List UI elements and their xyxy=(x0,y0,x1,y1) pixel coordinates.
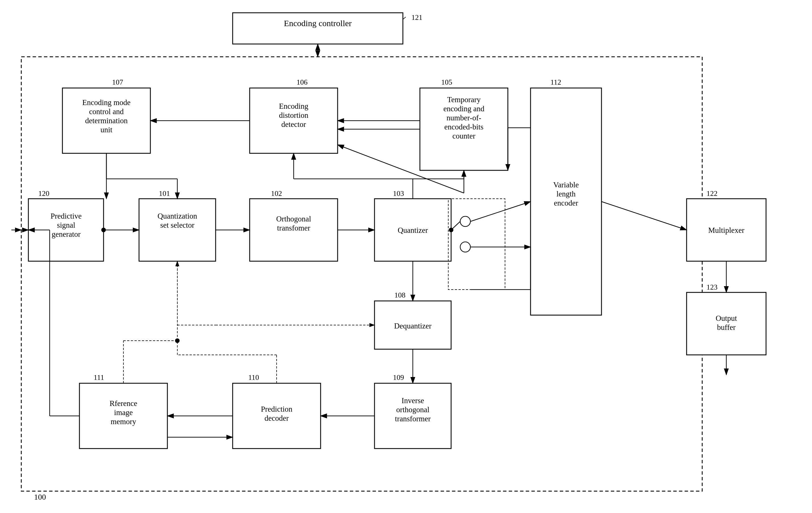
junction-dot-2 xyxy=(175,339,180,343)
svg-text:buffer: buffer xyxy=(717,323,735,331)
ref-101: 101 xyxy=(159,189,170,197)
svg-text:Multiplexer: Multiplexer xyxy=(708,226,744,235)
ref-123: 123 xyxy=(706,283,718,291)
switch-dashed-box xyxy=(448,199,505,290)
encoding-controller-text: Encoding controller xyxy=(284,19,351,28)
svg-text:Temporary: Temporary xyxy=(447,96,481,104)
svg-line-60 xyxy=(602,201,687,230)
ref-100-label: 100 xyxy=(34,492,46,502)
quantization-set-box xyxy=(139,199,215,261)
svg-text:orthogonal: orthogonal xyxy=(396,405,430,414)
svg-text:Output: Output xyxy=(716,314,737,323)
svg-text:Variable: Variable xyxy=(553,181,579,189)
svg-text:detector: detector xyxy=(282,120,306,129)
svg-text:decoder: decoder xyxy=(264,414,289,423)
svg-text:number-of-: number-of- xyxy=(446,113,481,122)
svg-text:memory: memory xyxy=(111,417,136,426)
svg-text:determination: determination xyxy=(85,116,128,125)
encoding-controller-box xyxy=(233,13,403,44)
ref-122: 122 xyxy=(706,189,718,197)
svg-text:Quantizer: Quantizer xyxy=(398,226,428,235)
svg-text:transfomer: transfomer xyxy=(277,224,310,232)
ref-120: 120 xyxy=(38,189,49,197)
switch-top xyxy=(460,216,470,226)
svg-text:Encoding: Encoding xyxy=(279,102,308,110)
junction-dot-3 xyxy=(449,228,454,232)
ref-109: 109 xyxy=(393,373,404,382)
ref-111: 111 xyxy=(94,373,104,382)
svg-text:signal: signal xyxy=(57,221,76,230)
svg-text:encoder: encoder xyxy=(554,199,578,207)
diagram-container: 100 Encoding controller 121 Encoding mod… xyxy=(0,0,812,513)
svg-line-58 xyxy=(470,201,530,221)
svg-text:Encoding mode: Encoding mode xyxy=(82,98,130,107)
svg-text:Inverse: Inverse xyxy=(402,396,424,405)
ref-106: 106 xyxy=(296,78,308,86)
ref-121: 121 xyxy=(411,14,423,22)
svg-text:distortion: distortion xyxy=(279,111,309,119)
svg-text:encoded-bits: encoded-bits xyxy=(444,123,484,131)
switch-bottom xyxy=(460,242,470,252)
ref-102: 102 xyxy=(271,189,282,197)
svg-text:Prediction: Prediction xyxy=(261,405,292,413)
svg-text:counter: counter xyxy=(453,132,475,140)
svg-text:length: length xyxy=(556,190,576,198)
svg-text:Rference: Rference xyxy=(110,399,137,408)
svg-text:Orthogonal: Orthogonal xyxy=(276,215,311,223)
svg-text:control and: control and xyxy=(89,107,124,116)
ref-103: 103 xyxy=(393,189,404,197)
svg-text:Predictive: Predictive xyxy=(51,212,81,220)
svg-text:set selector: set selector xyxy=(160,221,195,230)
svg-text:Dequantizer: Dequantizer xyxy=(394,322,432,330)
ref-107: 107 xyxy=(112,78,123,86)
svg-text:image: image xyxy=(114,408,133,417)
svg-text:encoding and: encoding and xyxy=(443,105,485,113)
ref-108: 108 xyxy=(395,291,405,299)
svg-text:Quantization: Quantization xyxy=(157,212,197,220)
ref-105: 105 xyxy=(441,78,452,86)
svg-text:transformer: transformer xyxy=(395,414,431,423)
ref-110: 110 xyxy=(248,373,259,382)
svg-text:unit: unit xyxy=(100,126,113,134)
svg-text:generator: generator xyxy=(52,230,81,239)
ref-112: 112 xyxy=(550,78,561,86)
